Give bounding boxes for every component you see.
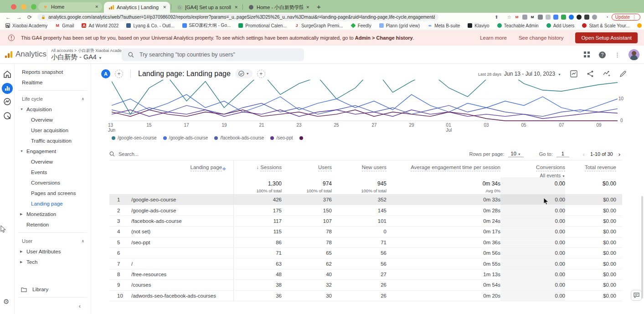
column-header-sessions[interactable]: Sessions [260,165,282,171]
bookmark-item[interactable]: eCommerce Case... [637,23,644,28]
column-header-users[interactable]: Users [318,165,332,171]
table-row[interactable]: 7/6362560m 55s0.00$0.00 [109,258,622,269]
dark-star-extension-icon[interactable] [577,15,582,20]
camera-extension-icon[interactable] [538,15,543,20]
bookmark-item[interactable]: Add Users [546,23,575,28]
sidebar-item-reports-snapshot[interactable]: Reports snapshot [15,67,91,77]
date-range-picker[interactable]: Last 28 days Jun 13 - Jul 10, 2023 ▼ [478,71,561,77]
reload-icon[interactable]: ⟳ [27,14,32,21]
cell-landing-page[interactable]: /seo-ppt [127,237,234,247]
table-row[interactable]: 67165560m 56s0.00$0.00 [109,248,622,258]
sidebar-item-life-cycle[interactable]: Life cycle∧ [15,93,91,104]
contrast-extension-icon[interactable] [584,15,589,20]
insights-icon[interactable] [603,70,610,77]
add-comparison-button[interactable]: + [115,70,123,78]
sidebar-item-realtime[interactable]: Realtime [15,77,91,88]
tab-close-icon[interactable]: ✕ [163,5,166,10]
bookmark-item[interactable]: Teachable Admin [497,23,539,28]
legend-item[interactable] [299,136,305,140]
profile-icon[interactable]: ◔ [606,15,608,20]
cell-landing-page[interactable]: /facebook-ads-course [127,216,234,226]
comparison-chip[interactable]: A [101,69,110,78]
sidebar-item-tech[interactable]: ▶Tech [15,257,91,267]
new-tab-button[interactable]: + [317,3,321,10]
sidebar-item-retention[interactable]: Retention [15,219,91,230]
legend-item[interactable]: /google-seo-course [112,135,157,140]
column-header-landing-page[interactable]: Landing page [191,165,222,171]
bookmark-item[interactable]: Feedly [351,23,371,28]
help-icon[interactable]: ? [598,51,606,59]
sidebar-item-acquisition[interactable]: ▼Acquisition [15,104,91,114]
share-report-icon[interactable] [587,70,594,77]
legend-item[interactable]: /seo-ppt [270,135,293,140]
table-row[interactable]: 2/google-ads-course1751501450m 28s0.00$0… [109,205,622,216]
cell-landing-page[interactable]: (not set) [127,226,234,237]
forward-icon[interactable]: → [16,14,22,21]
blue-circle-extension-icon[interactable] [569,15,574,20]
cell-landing-page[interactable] [127,248,234,258]
cell-landing-page[interactable]: /adwords-seo-facebook-ads-courses [127,291,234,301]
diagnostics-grid-icon[interactable] [584,51,590,58]
legend-item[interactable]: /facebook-ads-course [214,135,264,140]
browser-tab[interactable]: Analytics | Landing page: Land✕ [104,2,170,13]
sidebar-item-events[interactable]: Events [15,167,91,177]
report-snapshot-icon[interactable] [570,70,577,77]
column-header-avg-engagement[interactable]: Average engagement time per session [411,165,500,171]
window-controls[interactable] [11,4,36,10]
pen-extension-icon[interactable] [522,15,527,20]
table-row[interactable]: 8/free-resources4840271m 13s0.00$0.00 [109,269,622,280]
browser-tab[interactable]: ♥Home✕ [38,2,102,11]
table-row[interactable]: 3/facebook-ads-course1171071010m 24s0.00… [109,216,622,226]
sidebar-item-monetization[interactable]: ▶Monetization [15,209,91,219]
open-setup-assistant-button[interactable]: Open Setup Assistant [575,32,638,43]
tab-close-icon[interactable]: ✕ [95,5,98,9]
bookmark-star-icon[interactable]: ☆ [507,15,511,20]
table-search[interactable]: Search... [109,151,139,157]
table-row[interactable]: 5/seo-ppt8678710m 36s0.00$0.00 [109,237,622,248]
see-change-history-link[interactable]: See change history [519,35,563,41]
bookmark-item[interactable]: Klaviyo [468,23,489,28]
property-switcher[interactable]: 小白新势 - GA4 ▼ [51,53,102,62]
tab-close-icon[interactable]: ✕ [234,5,238,10]
bookmark-item[interactable]: MGmail [55,23,74,28]
close-window-icon[interactable] [11,4,16,10]
sidebar-item-overview[interactable]: Overview [15,114,91,125]
bookmark-item[interactable]: NXiaobai Academy [5,23,47,28]
cell-landing-page[interactable]: / [127,258,234,268]
minimize-window-icon[interactable] [21,4,26,10]
sidebar-item-user-attributes[interactable]: ▶User Attributes [15,246,91,257]
tab-close-icon[interactable]: ✕ [306,5,309,10]
sidebar-item-user[interactable]: User∧ [15,236,91,246]
add-filter-button[interactable]: + [257,70,265,78]
rows-per-page-select[interactable]: 10 ▼ [508,151,524,157]
sidebar-item-landing-page[interactable]: Landing page [15,198,91,209]
more-menu-icon[interactable]: ⋮ [614,51,620,58]
share-icon[interactable]: ⬆ [495,15,498,20]
red-m-extension-icon[interactable]: M [515,15,520,20]
browser-tab[interactable]: Home - 小白新势学院✕ [244,2,313,13]
scrollbar[interactable] [641,196,643,299]
prev-page-icon[interactable]: ‹ [581,151,587,158]
table-row[interactable]: 10/adwords-seo-facebook-ads-courses36302… [109,291,622,301]
column-header-conversions[interactable]: Conversions [536,165,565,171]
bookmark-item[interactable]: AAd World 2022 [82,23,118,28]
bookmark-item[interactable]: JSurgeGraph Premi... [294,23,343,28]
avatar[interactable] [629,49,639,60]
legend-item[interactable]: /google-ads-course [163,135,208,140]
add-column-icon[interactable]: + [222,165,233,172]
edit-report-icon[interactable] [619,70,627,77]
learn-more-link[interactable]: Learn more [480,35,507,41]
bookmark-item[interactable]: Start & Scale Your... [582,23,629,28]
dark-m-extension-icon[interactable]: M [530,15,535,20]
cell-landing-page[interactable]: /google-seo-course [127,195,234,205]
cell-landing-page[interactable]: /free-resources [127,269,234,279]
bookmark-item[interactable]: Lyang & Co. - Outl... [126,23,174,28]
table-row[interactable]: 9/courses3832260m 54s0.00$0.00 [109,280,622,290]
bookmark-item[interactable]: ∞Meta B-suite [428,23,460,28]
reports-icon[interactable] [2,83,13,94]
column-header-new-users[interactable]: New users [362,165,386,171]
advertising-icon[interactable] [3,112,11,120]
collapse-sidebar-icon[interactable]: ‹ [79,303,81,309]
blue-extension-icon[interactable] [553,15,558,20]
cell-landing-page[interactable]: /courses [127,280,234,290]
